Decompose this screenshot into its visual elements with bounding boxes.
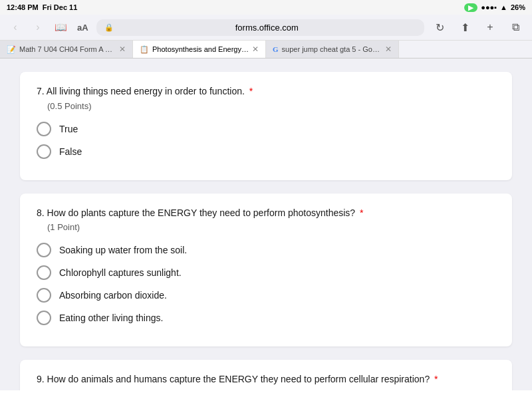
- question-9-number: 9.: [37, 374, 47, 384]
- tab-photo-icon: 📋: [140, 45, 149, 54]
- option-chlorophyll[interactable]: Chlorophyll captures sunlight.: [37, 265, 495, 280]
- radio-true[interactable]: [37, 122, 51, 136]
- question-9-title: 9. How do animals and humans capture the…: [37, 373, 495, 386]
- option-absorbing[interactable]: Absorbing carbon dioxide.: [37, 288, 495, 303]
- question-9-text: How do animals and humans capture the EN…: [47, 374, 430, 384]
- status-right: ▶ ●●●▪ ▲ 26%: [464, 3, 525, 12]
- forward-button[interactable]: ›: [29, 19, 47, 36]
- radio-soaking[interactable]: [37, 243, 51, 257]
- text-size-button[interactable]: aA: [74, 21, 91, 34]
- option-eating-label: Eating other living things.: [59, 313, 163, 323]
- question-8-required: *: [360, 207, 363, 218]
- question-8-number: 8.: [37, 207, 47, 218]
- address-bar[interactable]: 🔒 forms.office.com: [96, 19, 424, 36]
- tab-photosynthesis[interactable]: 📋 Photosynthesis and Energy Quiz (Copy) …: [133, 41, 266, 58]
- tab-google-icon: G: [273, 45, 279, 53]
- call-indicator: ▶: [464, 3, 477, 12]
- option-chlorophyll-label: Chlorophyll captures sunlight.: [59, 267, 182, 278]
- question-7-number: 7.: [37, 86, 47, 96]
- back-button[interactable]: ‹: [7, 19, 24, 36]
- option-soaking[interactable]: Soaking up water from the soil.: [37, 243, 495, 257]
- question-7-required: *: [249, 86, 253, 96]
- tab-google[interactable]: G super jump cheat gta 5 - Google Search…: [266, 41, 399, 58]
- tab-photo-close[interactable]: ✕: [252, 45, 259, 54]
- question-8-block: 8. How do plants capture the ENERGY they…: [20, 194, 512, 347]
- question-8-points: (1 Point): [37, 222, 495, 232]
- option-true-label: True: [59, 124, 78, 134]
- tab-math-icon: 📝: [7, 45, 16, 54]
- date: Fri Dec 11: [43, 3, 78, 11]
- tab-math[interactable]: 📝 Math 7 U04 CH04 Form A District Common…: [0, 41, 133, 58]
- tab-math-label: Math 7 U04 CH04 Form A District Common A…: [19, 45, 116, 53]
- question-7-text: All living things need energy in order t…: [47, 86, 245, 96]
- signal-icon: ●●●▪: [481, 3, 497, 11]
- tab-google-close[interactable]: ✕: [385, 45, 392, 54]
- tab-math-close[interactable]: ✕: [119, 45, 126, 54]
- url-text: forms.office.com: [118, 23, 416, 33]
- option-false[interactable]: False: [37, 144, 495, 159]
- radio-eating[interactable]: [37, 311, 51, 325]
- tabs-button[interactable]: ⧉: [505, 19, 525, 36]
- status-bar: 12:48 PM Fri Dec 11 ▶ ●●●▪ ▲ 26%: [0, 0, 532, 15]
- option-eating[interactable]: Eating other living things.: [37, 311, 495, 325]
- question-7-points: (0.5 Points): [37, 101, 495, 111]
- radio-chlorophyll[interactable]: [37, 265, 51, 280]
- lock-icon: 🔒: [104, 23, 114, 32]
- question-9-required: *: [434, 374, 438, 384]
- radio-false[interactable]: [37, 144, 51, 159]
- option-false-label: False: [59, 146, 82, 157]
- question-8-text: How do plants capture the ENERGY they ne…: [47, 207, 356, 218]
- question-8-title: 8. How do plants capture the ENERGY they…: [37, 207, 495, 220]
- option-soaking-label: Soaking up water from the soil.: [59, 245, 187, 255]
- share-button[interactable]: ⬆: [455, 19, 475, 36]
- question-7-title: 7. All living things need energy in orde…: [37, 85, 495, 98]
- radio-absorbing[interactable]: [37, 288, 51, 303]
- time: 12:48 PM: [7, 3, 39, 11]
- status-left: 12:48 PM Fri Dec 11: [7, 3, 77, 11]
- question-9-block: 9. How do animals and humans capture the…: [20, 360, 512, 390]
- reader-button[interactable]: 📖: [52, 19, 69, 36]
- tab-photo-label: Photosynthesis and Energy Quiz (Copy): [152, 45, 249, 53]
- battery: 26%: [511, 3, 525, 11]
- question-7-block: 7. All living things need energy in orde…: [20, 72, 512, 180]
- page-content: 7. All living things need energy in orde…: [0, 59, 532, 390]
- option-absorbing-label: Absorbing carbon dioxide.: [59, 290, 167, 301]
- new-tab-button[interactable]: +: [480, 19, 500, 36]
- browser-toolbar: ‹ › 📖 aA 🔒 forms.office.com ↻ ⬆ + ⧉: [0, 15, 532, 41]
- tab-google-label: super jump cheat gta 5 - Google Search: [282, 45, 382, 53]
- reload-button[interactable]: ↻: [430, 19, 450, 36]
- option-true[interactable]: True: [37, 122, 495, 136]
- tabs-bar: 📝 Math 7 U04 CH04 Form A District Common…: [0, 41, 532, 59]
- wifi-icon: ▲: [500, 3, 507, 11]
